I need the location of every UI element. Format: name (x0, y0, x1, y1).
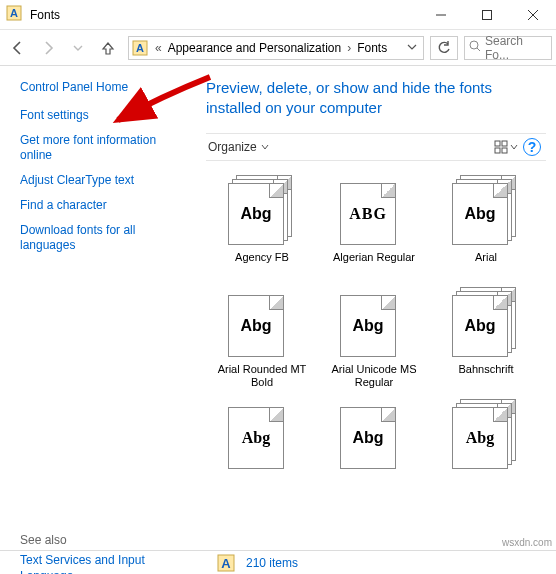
chevron-left-icon: « (151, 41, 166, 55)
font-thumbnail: Abg (338, 399, 410, 471)
refresh-button[interactable] (430, 36, 458, 60)
breadcrumb-seg-fonts[interactable]: Fonts (355, 41, 389, 55)
font-thumbnail: Abg (338, 287, 410, 359)
close-button[interactable] (510, 0, 556, 30)
font-tile[interactable]: ABG Algerian Regular (320, 175, 428, 277)
font-tile[interactable]: Abg Arial Rounded MT Bold (208, 287, 316, 389)
search-placeholder: Search Fo... (485, 34, 547, 62)
font-name: Arial (475, 251, 497, 277)
svg-line-9 (477, 48, 480, 51)
font-tile[interactable]: Abg (208, 399, 316, 501)
help-button[interactable]: ? (520, 135, 544, 159)
font-name: Agency FB (235, 251, 289, 277)
svg-text:A: A (221, 556, 231, 571)
font-thumbnail: Abg (450, 399, 522, 471)
sidebar-item-adjust-cleartype[interactable]: Adjust ClearType text (20, 173, 188, 188)
back-button[interactable] (4, 34, 32, 62)
font-tile[interactable]: Abg (320, 399, 428, 501)
up-button[interactable] (94, 34, 122, 62)
svg-rect-12 (495, 148, 500, 153)
window-title: Fonts (30, 8, 60, 22)
font-thumbnail: Abg (226, 399, 298, 471)
sidebar-item-font-settings[interactable]: Font settings (20, 108, 188, 123)
font-tile[interactable]: Abg Bahnschrift (432, 287, 540, 389)
breadcrumb-seg-appearance[interactable]: Appearance and Personalization (166, 41, 343, 55)
sidebar-item-get-more-font-info[interactable]: Get more font information online (20, 133, 188, 163)
svg-text:A: A (136, 42, 144, 54)
svg-rect-10 (495, 141, 500, 146)
chevron-down-icon (261, 143, 269, 151)
location-icon: A (129, 40, 151, 56)
page-headline: Preview, delete, or show and hide the fo… (206, 78, 546, 119)
svg-rect-13 (502, 148, 507, 153)
font-thumbnail: Abg (226, 175, 298, 247)
chevron-right-icon: › (343, 41, 355, 55)
organize-label: Organize (208, 140, 257, 154)
toolbar: Organize ? (206, 133, 546, 161)
sidebar-item-download-fonts[interactable]: Download fonts for all languages (20, 223, 188, 253)
font-thumbnail: Abg (450, 175, 522, 247)
watermark: wsxdn.com (502, 537, 552, 548)
font-name: Bahnschrift (458, 363, 513, 389)
maximize-button[interactable] (464, 0, 510, 30)
font-thumbnail: ABG (338, 175, 410, 247)
font-tile[interactable]: Abg Arial (432, 175, 540, 277)
minimize-button[interactable] (418, 0, 464, 30)
font-thumbnail: Abg (450, 287, 522, 359)
organize-button[interactable]: Organize (208, 140, 269, 154)
font-name: Arial Rounded MT Bold (208, 363, 316, 389)
see-also-text-services[interactable]: Text Services and Input Language (20, 553, 188, 574)
svg-rect-3 (483, 10, 492, 19)
recent-locations-button[interactable] (64, 34, 92, 62)
font-tile[interactable]: Abg (432, 399, 540, 501)
sidebar: Control Panel Home Font settings Get mor… (0, 66, 200, 550)
sidebar-item-find-character[interactable]: Find a character (20, 198, 188, 213)
address-dropdown-icon[interactable] (401, 41, 423, 55)
search-input[interactable]: Search Fo... (464, 36, 552, 60)
address-bar[interactable]: A « Appearance and Personalization › Fon… (128, 36, 424, 60)
search-icon (469, 40, 481, 55)
font-tile[interactable]: Abg Arial Unicode MS Regular (320, 287, 428, 389)
app-icon: A (6, 5, 22, 24)
see-also-label: See also (20, 533, 188, 547)
svg-text:A: A (10, 7, 18, 19)
font-tile[interactable]: Abg Agency FB (208, 175, 316, 277)
font-name: Algerian Regular (333, 251, 415, 277)
font-grid: Abg Agency FB ABG Algerian Regular Abg A… (206, 161, 546, 551)
chevron-down-icon (510, 143, 518, 151)
forward-button[interactable] (34, 34, 62, 62)
view-options-button[interactable] (494, 135, 518, 159)
svg-rect-11 (502, 141, 507, 146)
status-icon: A (216, 553, 236, 573)
control-panel-home-link[interactable]: Control Panel Home (20, 80, 188, 94)
svg-point-8 (470, 41, 478, 49)
status-count: 210 items (246, 556, 298, 570)
font-name: Arial Unicode MS Regular (320, 363, 428, 389)
font-thumbnail: Abg (226, 287, 298, 359)
